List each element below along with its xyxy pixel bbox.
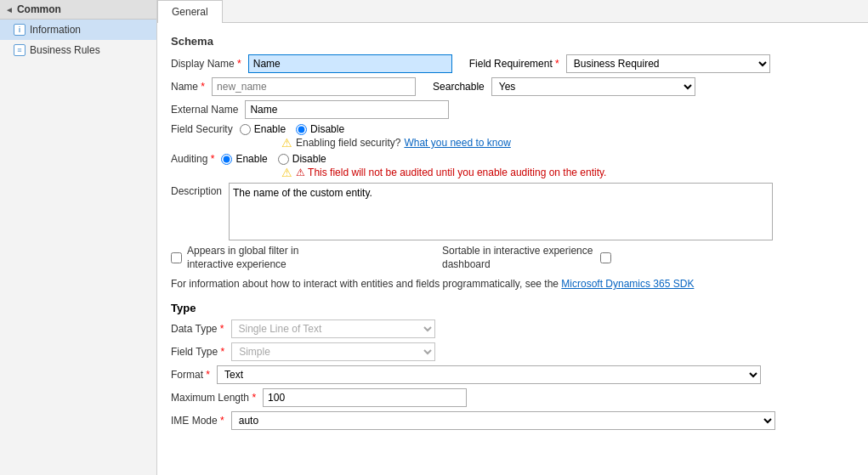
auditing-warning: ⚠ ⚠ This field will not be audited until… [281,167,606,178]
field-type-select[interactable]: Simple [231,342,435,361]
field-requirement-label: Field Requirement * [469,58,566,70]
sdk-info: For information about how to interact wi… [171,274,854,295]
field-security-radio-group: Enable Disable [240,123,344,135]
sidebar-group-label: Common [17,3,61,15]
field-security-enable-radio[interactable] [240,124,251,135]
display-name-label: Display Name * [171,58,248,70]
data-type-select[interactable]: Single Line of Text [231,319,435,338]
sidebar-item-label: Information [30,24,81,36]
sortable-item: Sortable in interactive experience dashb… [442,245,611,271]
auditing-enable-label[interactable]: Enable [221,153,267,165]
field-requirement-select[interactable]: Business Required Optional Recommended [566,54,770,73]
global-filter-item: Appears in global filter in interactive … [171,245,340,271]
field-security-warning: ⚠ Enabling field security? What you need… [281,137,511,149]
external-name-label: External Name [171,104,245,116]
field-type-label: Field Type * [171,346,231,358]
sidebar: ◄ Common Information Business Rules [0,0,157,475]
description-label: Description [171,183,229,197]
auditing-radio-group: Enable Disable [221,153,326,165]
schema-title: Schema [171,35,854,48]
sortable-checkbox[interactable] [600,252,611,263]
sidebar-item-information[interactable]: Information [0,20,156,40]
name-label: Name * [171,81,212,93]
field-security-disable-label[interactable]: Disable [296,123,344,135]
info-icon [14,24,26,36]
field-security-link[interactable]: What you need to know [404,137,510,149]
display-name-input[interactable] [248,54,452,73]
type-section-title: Type [171,302,854,314]
audit-warning-icon: ⚠ [281,167,292,178]
max-length-label: Maximum Length * [171,392,263,404]
sdk-link[interactable]: Microsoft Dynamics 365 SDK [561,278,694,290]
field-security-label: Field Security [171,123,240,135]
form-area: Schema Display Name * Field Requirement … [157,23,868,443]
sidebar-item-label: Business Rules [30,44,100,56]
rules-icon [14,44,26,56]
tab-general[interactable]: General [157,0,223,23]
warning-icon: ⚠ [281,137,292,149]
display-name-input-wrap [248,54,452,73]
format-label: Format * [171,369,217,381]
name-input-wrap [212,77,416,96]
main-content: General Schema Display Name * Field Requ… [157,0,868,475]
searchable-select[interactable]: Yes No [491,77,695,96]
format-select[interactable]: Text [217,365,761,384]
data-type-label: Data Type * [171,323,231,335]
max-length-input[interactable] [263,388,467,407]
description-textarea[interactable]: The name of the custom entity. [229,183,773,240]
field-security-enable-label[interactable]: Enable [240,123,286,135]
searchable-label: Searchable [433,81,491,93]
ime-mode-select[interactable]: auto active inactive disabled [231,411,775,430]
sidebar-item-business-rules[interactable]: Business Rules [0,40,156,60]
sidebar-arrow-icon: ◄ [5,5,14,14]
external-name-input[interactable] [245,100,449,119]
ime-mode-label: IME Mode * [171,415,231,427]
global-filter-section: Appears in global filter in interactive … [171,245,854,271]
auditing-disable-radio[interactable] [278,154,289,165]
auditing-disable-label[interactable]: Disable [278,153,326,165]
auditing-enable-radio[interactable] [221,154,232,165]
sidebar-group-common[interactable]: ◄ Common [0,0,156,20]
tab-bar: General [157,0,868,23]
field-security-disable-radio[interactable] [296,124,307,135]
name-input[interactable] [212,77,416,96]
auditing-label: Auditing * [171,153,221,165]
global-filter-checkbox[interactable] [171,252,182,263]
